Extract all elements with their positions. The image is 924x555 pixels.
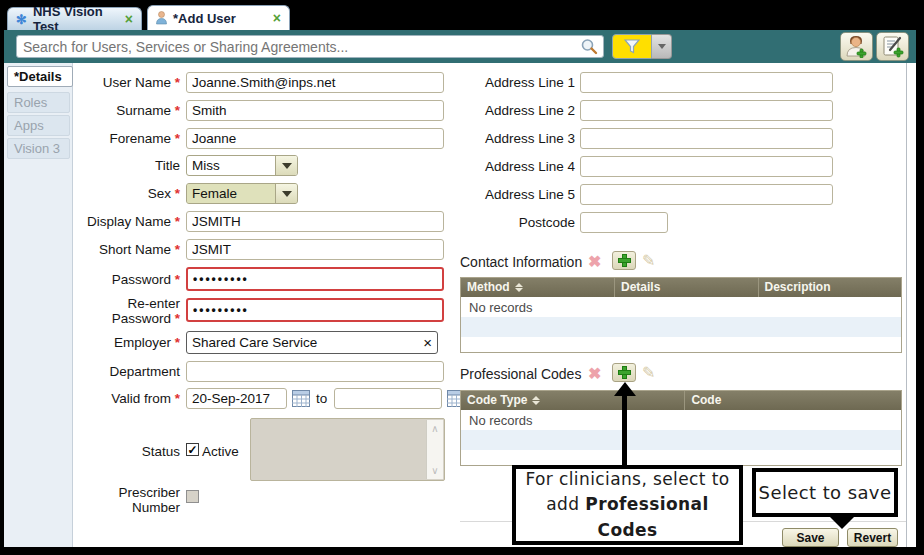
address-line-4-label: Address Line 4 [459, 159, 575, 174]
callout-text: add [546, 494, 585, 514]
postcode-input[interactable] [580, 212, 668, 233]
address-line-1-input[interactable] [580, 72, 833, 93]
clear-icon[interactable]: × [423, 335, 432, 350]
chevron-down-icon [282, 191, 292, 197]
prescriber-number-label: PrescriberNumber [76, 485, 180, 515]
content-right-border [906, 63, 907, 547]
filter-funnel-icon [624, 39, 640, 54]
close-tab-icon[interactable]: × [273, 11, 281, 25]
sex-dropdown[interactable]: Female [186, 183, 298, 204]
sidebar-item-details[interactable]: *Details [7, 66, 73, 87]
new-document-icon [881, 35, 905, 58]
annotation-arrow-shaft [622, 395, 627, 466]
status-label: Status [76, 444, 180, 459]
dropdown-button[interactable] [275, 156, 297, 175]
valid-from-input[interactable] [186, 388, 287, 409]
valid-to-label: to [316, 391, 327, 406]
sex-value: Female [187, 184, 275, 203]
address-line-5-input[interactable] [580, 184, 833, 205]
display-name-label: Display Name * [76, 214, 180, 229]
password-input[interactable] [186, 267, 444, 291]
prescriber-number-checkbox[interactable] [186, 490, 199, 503]
active-checkbox[interactable]: ✓ [186, 443, 199, 456]
filter-button[interactable] [612, 34, 652, 59]
edit-code-icon[interactable]: ✎ [642, 363, 655, 382]
search-icon[interactable] [579, 37, 599, 57]
add-user-button[interactable] [840, 32, 873, 61]
surname-input[interactable] [186, 100, 444, 121]
sidebar-item-label: Apps [14, 118, 44, 133]
address-line-1-label: Address Line 1 [459, 75, 575, 90]
save-button[interactable]: Save [782, 528, 839, 547]
valid-to-input[interactable] [334, 388, 442, 409]
scrollbar[interactable]: ∧ ∨ [426, 420, 443, 479]
chevron-down-icon [658, 44, 666, 49]
short-name-label: Short Name * [76, 242, 180, 257]
reenter-password-input[interactable] [186, 298, 444, 322]
filter-split-button [612, 34, 672, 59]
table-row [461, 337, 901, 357]
annotation-arrow-up-icon [614, 382, 636, 396]
window-tab-bar: ✻ NHS Vision Test × *Add User × [4, 4, 916, 30]
callout-text-bold: Professional Codes [585, 494, 708, 540]
table-row [461, 430, 901, 450]
employer-value: Shared Care Service [192, 335, 423, 350]
close-tab-icon[interactable]: × [125, 12, 133, 26]
user-name-input[interactable] [186, 72, 444, 93]
search-input[interactable] [17, 39, 579, 55]
calendar-icon[interactable] [292, 390, 310, 407]
tab-label: *Add User [173, 11, 236, 26]
search-toolbar [4, 30, 916, 63]
department-label: Department [76, 364, 180, 379]
sidebar-item-label: *Details [14, 69, 62, 84]
tab-nhs-vision-test[interactable]: ✻ NHS Vision Test × [7, 7, 142, 30]
title-dropdown[interactable]: Miss [186, 155, 298, 176]
delete-code-icon[interactable]: ✖ [588, 364, 601, 383]
forename-input[interactable] [186, 128, 444, 149]
revert-button[interactable]: Revert [847, 528, 898, 547]
short-name-input[interactable] [186, 239, 444, 260]
application-window: ✻ NHS Vision Test × *Add User × [4, 4, 916, 547]
chevron-down-icon [282, 163, 292, 169]
user-name-label: User Name * [76, 75, 180, 90]
surname-label: Surname * [76, 103, 180, 118]
employer-label: Employer * [76, 335, 180, 350]
employer-input[interactable]: Shared Care Service × [186, 331, 438, 354]
user-tab-icon [156, 11, 167, 25]
scroll-up-icon[interactable]: ∧ [431, 423, 438, 434]
sidebar-item-label: Roles [14, 95, 47, 110]
empty-table-row: No records [461, 410, 901, 430]
column-code-type[interactable]: Code Type [461, 391, 685, 410]
scroll-down-icon[interactable]: ∨ [431, 465, 438, 476]
sidebar: *Details Roles Apps Vision 3 [4, 63, 73, 547]
department-input[interactable] [186, 361, 444, 382]
add-user-icon [845, 35, 869, 58]
add-professional-code-button[interactable] [612, 363, 636, 382]
title-value: Miss [187, 156, 275, 175]
sidebar-item-apps[interactable]: Apps [7, 115, 70, 136]
add-contact-button[interactable] [612, 251, 636, 270]
address-line-4-input[interactable] [580, 156, 833, 177]
status-listbox[interactable]: ∧ ∨ [250, 418, 445, 481]
address-line-5-label: Address Line 5 [459, 187, 575, 202]
delete-contact-icon[interactable]: ✖ [588, 252, 601, 271]
address-line-2-input[interactable] [580, 100, 833, 121]
column-description[interactable]: Description [759, 278, 902, 297]
add-sharing-agreement-button[interactable] [876, 32, 909, 61]
address-line-3-input[interactable] [580, 128, 833, 149]
sidebar-item-label: Vision 3 [14, 141, 60, 156]
save-callout: Select to save [752, 468, 898, 517]
sort-icon [532, 396, 540, 405]
address-line-3-label: Address Line 3 [459, 131, 575, 146]
sidebar-item-vision3[interactable]: Vision 3 [7, 138, 70, 159]
column-details[interactable]: Details [615, 278, 759, 297]
filter-dropdown-button[interactable] [652, 34, 672, 59]
tab-add-user[interactable]: *Add User × [147, 5, 290, 30]
column-method[interactable]: Method [461, 278, 615, 297]
edit-contact-icon[interactable]: ✎ [642, 251, 655, 270]
dropdown-button[interactable] [275, 184, 297, 203]
professional-codes-title: Professional Codes [460, 366, 581, 382]
sidebar-item-roles[interactable]: Roles [7, 92, 70, 113]
display-name-input[interactable] [186, 211, 444, 232]
column-code[interactable]: Code [685, 391, 901, 410]
